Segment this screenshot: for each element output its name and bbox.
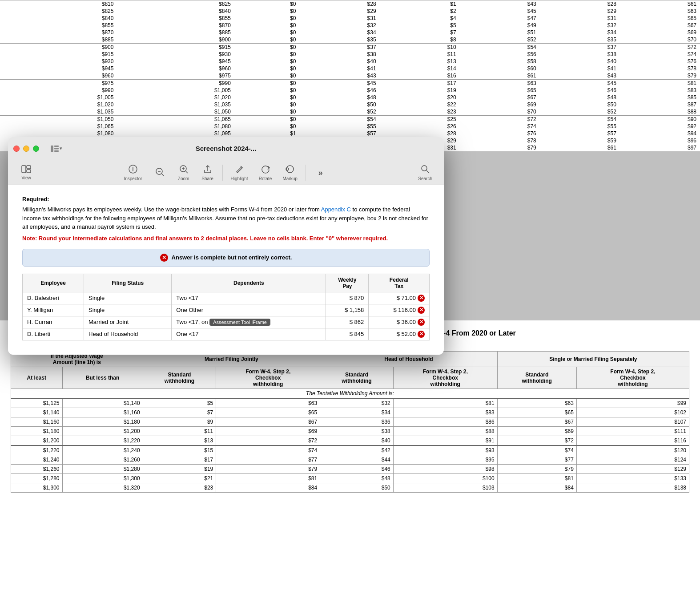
highlight-button[interactable]: Highlight bbox=[226, 162, 253, 183]
table-cell[interactable]: $ 870 bbox=[326, 292, 369, 304]
zoom-in-button[interactable]: Zoom bbox=[173, 162, 195, 183]
bg-top-cell: $96 bbox=[620, 137, 700, 144]
bg-top-cell: $40 bbox=[300, 58, 380, 65]
svg-line-15 bbox=[186, 171, 188, 173]
search-button[interactable]: Search bbox=[414, 162, 437, 183]
wage-table-cell: $1,220 bbox=[11, 445, 63, 455]
error-cell: $ 52.00✕ bbox=[373, 331, 425, 338]
answer-banner: ✕ Answer is complete but not entirely co… bbox=[22, 249, 430, 267]
fullscreen-button[interactable] bbox=[33, 146, 39, 152]
wage-table-row: $1,240$1,260$17$77$44$95$77$124 bbox=[11, 455, 689, 465]
sidebar-toggle[interactable]: ▾ bbox=[48, 144, 65, 154]
bg-top-cell: $55 bbox=[540, 123, 620, 130]
col-header-filing: Filing Status bbox=[84, 274, 172, 292]
error-cell: $ 71.00✕ bbox=[373, 295, 425, 302]
markup-button[interactable]: Markup bbox=[278, 162, 302, 183]
table-cell[interactable]: $ 845 bbox=[326, 328, 369, 340]
bg-top-cell: $45 bbox=[540, 80, 620, 87]
bg-top-cell: $855 bbox=[0, 22, 117, 29]
bg-top-cell: $870 bbox=[117, 22, 234, 29]
toolbar-right-group: Search bbox=[414, 162, 437, 183]
bg-top-cell: $1,095 bbox=[117, 130, 234, 137]
wage-table-cell: $88 bbox=[393, 427, 497, 436]
table-cell[interactable]: $ 52.00✕ bbox=[369, 328, 430, 340]
wage-table-row: $1,140$1,160$7$65$34$83$65$102 bbox=[11, 408, 689, 417]
but-less-header: But less than bbox=[62, 367, 143, 389]
bg-top-cell: $14 bbox=[380, 65, 460, 72]
bg-top-cell: $87 bbox=[620, 101, 700, 108]
bg-top-cell: $1,035 bbox=[0, 108, 117, 116]
bg-top-cell: $50 bbox=[540, 101, 620, 108]
wage-bracket-table: If the Adjusted WageAmount (line 1h) is … bbox=[11, 351, 689, 493]
bg-top-cell: $67 bbox=[620, 22, 700, 29]
svg-point-17 bbox=[286, 166, 294, 173]
wage-table-cell: $42 bbox=[320, 445, 394, 455]
bg-top-cell: $0 bbox=[234, 87, 300, 94]
wage-table-cell: $69 bbox=[497, 427, 576, 436]
wage-table-cell: $67 bbox=[216, 417, 320, 427]
bg-top-cell: $69 bbox=[620, 29, 700, 36]
table-cell[interactable]: $ 71.00✕ bbox=[369, 292, 430, 304]
bg-top-cell: $65 bbox=[460, 87, 540, 94]
bg-top-cell: $915 bbox=[0, 51, 117, 58]
wage-table-cell: $11 bbox=[143, 427, 216, 436]
table-cell[interactable]: $ 116.00✕ bbox=[369, 304, 430, 316]
bg-top-cell: $28 bbox=[540, 0, 620, 8]
bg-top-cell: $65 bbox=[620, 15, 700, 22]
wage-table-row: $1,260$1,280$19$79$46$98$79$129 bbox=[11, 465, 689, 474]
wage-table-cell: $116 bbox=[576, 436, 689, 446]
wage-table-cell: $40 bbox=[320, 436, 394, 446]
bg-top-cell: $825 bbox=[117, 0, 234, 8]
bg-top-cell: $41 bbox=[540, 65, 620, 72]
table-cell: D. Liberti bbox=[23, 328, 84, 340]
bg-top-cell: $81 bbox=[620, 80, 700, 87]
table-cell[interactable]: $ 1,158 bbox=[326, 304, 369, 316]
required-label: Required: bbox=[22, 196, 430, 202]
bg-top-cell: $55 bbox=[300, 123, 380, 130]
federal-tax-value: $ 71.00 bbox=[397, 295, 416, 301]
bg-top-cell: $945 bbox=[117, 58, 234, 65]
bg-top-cell: $92 bbox=[620, 123, 700, 130]
bg-top-cell: $29 bbox=[540, 8, 620, 15]
bg-top-cell: $31 bbox=[300, 15, 380, 22]
bg-top-cell: $1,005 bbox=[0, 94, 117, 101]
bg-top-cell: $1,050 bbox=[117, 108, 234, 116]
bg-top-cell: $78 bbox=[460, 137, 540, 144]
markup-label: Markup bbox=[283, 176, 298, 181]
bg-top-cell: $54 bbox=[460, 44, 540, 51]
bg-top-cell: $45 bbox=[300, 80, 380, 87]
view-button[interactable]: View bbox=[15, 163, 37, 182]
svg-rect-1 bbox=[54, 146, 59, 147]
bg-top-cell: $48 bbox=[540, 94, 620, 101]
wage-table-cell: $79 bbox=[216, 465, 320, 474]
more-button[interactable]: » bbox=[310, 167, 332, 178]
wage-table-row: $1,125$1,140$5$63$32$81$63$99 bbox=[11, 398, 689, 408]
bg-top-cell: $43 bbox=[460, 0, 540, 8]
share-button[interactable]: Share bbox=[197, 162, 219, 183]
inspector-button[interactable]: i Inspector bbox=[119, 162, 146, 183]
table-cell: Y. Milligan bbox=[23, 304, 84, 316]
bg-top-cell: $43 bbox=[300, 72, 380, 80]
wage-table-cell: $1,180 bbox=[11, 427, 63, 436]
svg-rect-3 bbox=[54, 150, 59, 152]
zoom-out-button[interactable] bbox=[149, 165, 171, 180]
bg-top-cell: $48 bbox=[300, 94, 380, 101]
table-cell: D. Balestreri bbox=[23, 292, 84, 304]
bg-top-cell: $52 bbox=[300, 108, 380, 116]
bg-top-cell: $85 bbox=[620, 94, 700, 101]
wage-table-cell: $46 bbox=[320, 465, 394, 474]
bg-top-cell: $0 bbox=[234, 51, 300, 58]
bg-top-cell: $915 bbox=[117, 44, 234, 51]
bg-top-cell: $70 bbox=[460, 108, 540, 116]
toolbar-center-group: i Inspector bbox=[119, 162, 331, 183]
table-cell[interactable]: $ 862 bbox=[326, 316, 369, 328]
appendix-c-link[interactable]: Appendix C bbox=[321, 206, 351, 213]
minimize-button[interactable] bbox=[23, 146, 29, 152]
bg-top-cell: $0 bbox=[234, 65, 300, 72]
rotate-button[interactable]: Rotate bbox=[254, 162, 277, 183]
bg-top-cell: $37 bbox=[540, 44, 620, 51]
table-cell[interactable]: $ 36.00✕ bbox=[369, 316, 430, 328]
wage-table-row: $1,220$1,240$15$74$42$93$74$120 bbox=[11, 445, 689, 455]
close-button[interactable] bbox=[13, 146, 20, 152]
svg-line-11 bbox=[162, 174, 164, 176]
